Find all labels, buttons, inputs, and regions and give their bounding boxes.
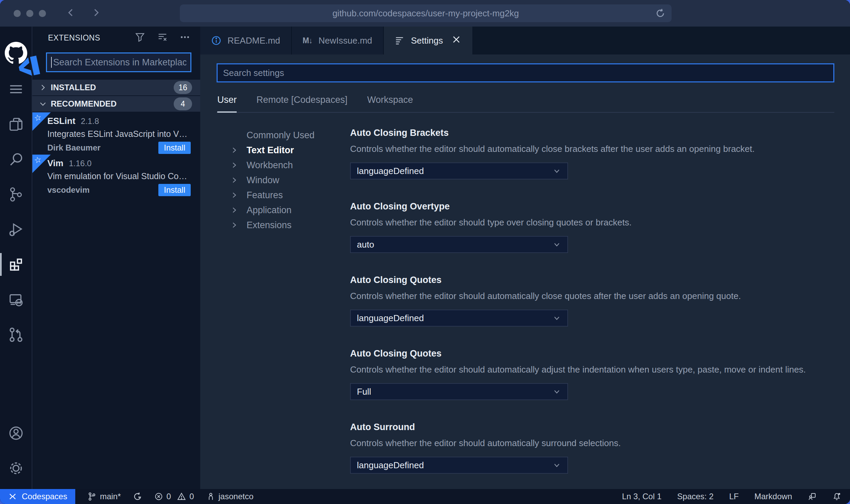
setting-auto-closing-quotes: Auto Closing Quotes Controls whether the… [350,275,834,327]
hamburger-icon [8,81,24,97]
status-bar: Codespaces main* 0 0 jasonetco Ln 3, Col… [0,489,850,504]
setting-auto-closing-brackets: Auto Closing Brackets Controls whether t… [350,128,834,179]
install-button[interactable]: Install [158,142,191,154]
tree-label: Application [247,205,292,216]
remote-indicator-icon [8,492,17,501]
activity-pull-requests[interactable] [0,317,32,352]
person-icon [206,492,215,501]
extension-description: Vim emulation for Visual Studio Code… [47,171,191,181]
cursor-position[interactable]: Ln 3, Col 1 [622,492,661,501]
more-actions-icon[interactable] [180,32,190,44]
section-recommended[interactable]: RECOMMENDED 4 [32,96,200,112]
filter-icon[interactable] [135,32,145,44]
vscode-wedge-icon [17,56,30,68]
scope-tab-workspace[interactable]: Workspace [367,95,413,112]
clear-filter-icon[interactable] [157,32,168,44]
error-icon [154,492,163,501]
chevron-down-icon [38,99,47,108]
install-button[interactable]: Install [158,184,191,196]
settings-list: Auto Closing Brackets Controls whether t… [350,128,834,489]
problems-indicator[interactable]: 0 0 [154,492,194,501]
extension-version: 2.1.8 [81,116,99,126]
tab-newissue[interactable]: M↓ NewIssue.md [292,27,384,54]
extension-author: Dirk Baeumer [47,143,158,153]
manage-settings-button[interactable] [0,451,32,486]
section-installed[interactable]: INSTALLED 16 [32,80,200,96]
minimize-window-button[interactable] [26,10,33,17]
extension-description: Integrates ESLint JavaScript into VS C… [47,129,191,139]
settings-editor: Search settings User Remote [Codespaces]… [200,54,850,489]
tree-item-window[interactable]: Window [230,173,350,188]
settings-list-icon [395,35,405,46]
tree-item-commonly-used[interactable]: Commonly Used [230,128,350,143]
markdown-icon: M↓ [303,36,313,45]
settings-tree: Commonly Used Text Editor Workbench [217,128,350,489]
menu-button[interactable] [0,72,32,107]
activity-extensions[interactable] [0,247,32,282]
chevron-down-icon [552,461,561,470]
setting-title: Auto Closing Brackets [350,128,834,138]
maximize-window-button[interactable] [39,10,46,17]
account-button[interactable] [0,415,32,451]
address-bar[interactable]: github.com/codespaces/user-my-project-mg… [180,4,672,22]
activity-remote-explorer[interactable] [0,282,32,317]
browser-chrome: github.com/codespaces/user-my-project-mg… [0,0,850,27]
tab-readme[interactable]: README.md [200,27,292,54]
text-caret [51,57,52,68]
chevron-down-icon [552,314,561,322]
pull-request-icon [8,327,24,343]
extension-item-eslint[interactable]: ☆ ESLint 2.1.8 Integrates ESLint JavaScr… [32,112,200,155]
notifications-button[interactable] [832,492,841,501]
forward-icon[interactable] [91,7,101,19]
settings-search-input[interactable]: Search settings [217,63,834,82]
activity-explorer[interactable] [0,107,32,142]
eol-indicator[interactable]: LF [729,492,739,501]
tree-label: Window [247,175,279,186]
recommended-count-badge: 4 [174,97,192,110]
close-window-button[interactable] [14,10,21,17]
scope-tab-remote[interactable]: Remote [Codespaces] [256,95,347,112]
extensions-icon [8,257,24,272]
sync-button[interactable] [133,492,142,501]
close-tab-icon[interactable] [451,34,461,47]
tab-settings[interactable]: Settings [384,27,472,54]
chevron-right-icon [230,176,247,184]
language-mode[interactable]: Markdown [754,492,792,501]
installed-count-badge: 16 [174,81,192,94]
branch-indicator[interactable]: main* [88,492,121,501]
setting-dropdown[interactable]: auto [350,236,568,253]
section-label: INSTALLED [51,83,170,92]
tree-item-workbench[interactable]: Workbench [230,158,350,173]
setting-description: Controls whether the editor should type … [350,217,834,228]
back-icon[interactable] [66,7,76,19]
reload-icon[interactable] [655,8,665,20]
activity-run-debug[interactable] [0,212,32,247]
feedback-button[interactable] [808,492,817,501]
tree-item-extensions[interactable]: Extensions [230,218,350,233]
git-branch-icon [88,492,96,501]
tree-item-features[interactable]: Features [230,188,350,203]
extensions-search-input[interactable]: Search Extensions in Marketplace [46,52,191,72]
setting-dropdown[interactable]: languageDefined [350,162,568,179]
setting-title: Auto Closing Quotes [350,275,834,285]
extension-name: ESLint [47,116,75,126]
source-control-icon [8,187,24,202]
activity-source-control[interactable] [0,177,32,212]
setting-dropdown[interactable]: languageDefined [350,310,568,327]
indentation-indicator[interactable]: Spaces: 2 [677,492,714,501]
setting-dropdown[interactable]: Full [350,383,568,400]
url-text: github.com/codespaces/user-my-project-mg… [332,8,519,19]
setting-title: Auto Closing Quotes [350,348,834,359]
user-indicator[interactable]: jasonetco [206,492,254,501]
username: jasonetco [219,492,254,501]
tree-item-application[interactable]: Application [230,203,350,218]
tree-item-text-editor[interactable]: Text Editor [230,143,350,158]
scope-tab-user[interactable]: User [217,95,237,113]
extension-item-vim[interactable]: ☆ Vim 1.16.0 Vim emulation for Visual St… [32,155,200,197]
setting-title: Auto Surround [350,422,834,432]
setting-dropdown[interactable]: languageDefined [350,457,568,474]
setting-auto-surround: Auto Surround Controls whether the edito… [350,422,834,474]
codespaces-remote-button[interactable]: Codespaces [0,489,75,504]
extensions-sidebar: EXTENSIONS Search Extensions in Marketpl… [32,27,200,489]
activity-search[interactable] [0,142,32,177]
